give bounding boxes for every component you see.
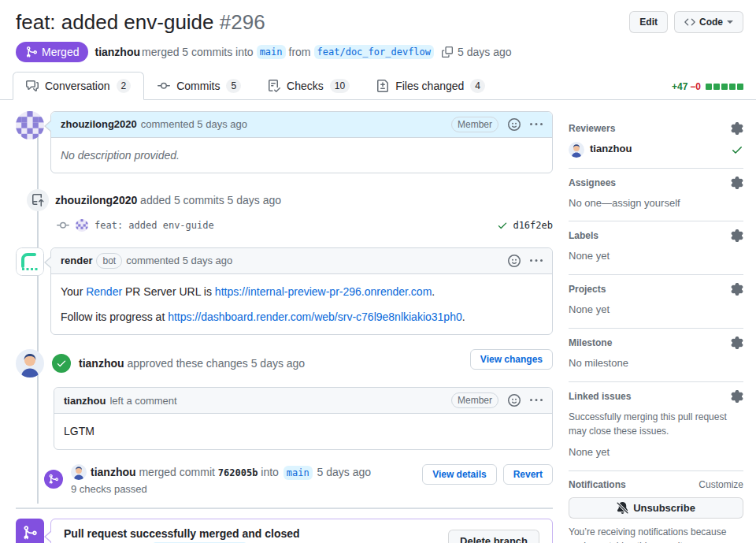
unsubscribe-button[interactable]: Unsubscribe [569,497,743,519]
unsubscribe-label: Unsubscribe [633,502,695,514]
section-title: Reviewers [569,123,615,134]
milestone-empty-text: No milestone [569,356,743,371]
tab-conversation[interactable]: Conversation 2 [13,72,144,100]
section-title: Milestone [569,337,612,348]
avatar-zhouzilong2020[interactable] [16,111,44,139]
comment-author[interactable]: render [61,255,92,266]
approval-meta: approved these changes 5 days ago [124,357,306,370]
base-branch-chip[interactable]: main [257,45,286,59]
check-icon[interactable] [497,220,508,231]
gear-icon[interactable] [731,177,743,189]
timeline-commits-event: zhouzilong2020 added 5 commits 5 days ag… [16,189,553,232]
merged-sha-link[interactable]: 762005b [218,467,258,478]
sidebar-section-reviewers: Reviewers tianzhou [569,114,743,169]
sidebar-section-notifications: NotificationsCustomize Unsubscribe You’r… [569,471,743,543]
reaction-smiley-icon[interactable] [508,118,521,131]
sidebar-section-projects: Projects None yet [569,275,743,329]
text: Follow its progress at [61,311,168,323]
timeline-column: zhouzilong2020 commented 5 days ago Memb… [16,111,553,543]
timeline-divider [16,508,553,509]
assignees-empty-text[interactable]: No one—assign yourself [569,196,743,211]
commit-author-link[interactable]: zhouzilong2020 [55,194,137,206]
approved-check-icon [731,143,743,156]
merge-event-time: 5 days ago [314,466,371,478]
reviewer-avatar[interactable] [569,142,584,158]
gear-icon[interactable] [731,122,743,135]
code-button[interactable]: Code [674,11,743,33]
head-branch-chip[interactable]: feat/doc_for_devflow [314,45,435,59]
main-content: zhouzilong2020 commented 5 days ago Memb… [0,111,756,543]
merged-notice-row: Pull request successfully merged and clo… [16,519,553,543]
git-commit-icon [57,219,69,232]
header-actions: Edit Code [629,11,743,33]
delete-branch-button[interactable]: Delete branch [448,530,539,543]
pr-header: Edit Code feat: added env-guide #296 Mer… [0,0,756,62]
commits-event-meta: added 5 commits 5 days ago [137,194,281,206]
avatar-tianzhou-small[interactable] [71,464,87,480]
merger-link[interactable]: tianzhou [91,466,136,478]
gear-icon[interactable] [731,229,743,242]
customize-link[interactable]: Customize [699,479,743,490]
bot-line2: Follow its progress at https://dashboard… [61,309,543,325]
reaction-smiley-icon[interactable] [508,255,521,267]
commit-sha-link[interactable]: d16f2eb [513,220,553,231]
member-badge: Member [451,392,498,408]
view-changes-button[interactable]: View changes [470,349,553,370]
comment-author[interactable]: zhouzilong2020 [61,118,137,130]
diffstat[interactable]: +47 −0 [672,81,743,92]
text: PR Server URL is [122,285,215,298]
tab-commits[interactable]: Commits 5 [144,72,254,100]
text: . [432,285,435,298]
timeline-approval: tianzhou approved these changes 5 days a… [16,349,553,449]
diffstat-blocks [706,84,743,90]
tab-count: 2 [117,79,132,93]
text: Your [61,285,86,298]
kebab-menu-icon[interactable] [530,118,543,131]
comment-text: No description provided. [61,147,543,163]
tab-checks[interactable]: Checks 10 [254,72,363,100]
kebab-menu-icon[interactable] [530,255,543,267]
reviewer-name[interactable]: tianzhou [590,142,632,157]
gear-icon[interactable] [731,283,743,296]
checklist-icon [268,80,280,92]
preview-url-link[interactable]: https://internal-preview-pr-296.onrender… [215,285,432,298]
commit-message-link[interactable]: feat: added env-guide [94,220,214,231]
kebab-menu-icon[interactable] [530,394,543,407]
merge-event-text: tianzhou merged commit 762005b into main… [91,466,371,478]
approver-link[interactable]: tianzhou [79,357,124,370]
labels-empty-text: None yet [569,249,743,264]
comment-meta: commented 5 days ago [141,118,247,130]
dashboard-url-link[interactable]: https://dashboard.render.com/web/srv-c76… [168,311,462,323]
target-branch-chip[interactable]: main [284,466,313,480]
pr-status-row: Merged tianzhou merged 5 commits into ma… [16,42,740,62]
render-link[interactable]: Render [86,285,122,298]
gear-icon[interactable] [731,337,743,349]
tab-files-changed[interactable]: Files changed 4 [363,72,498,100]
merge-summary-from: from [289,46,311,58]
view-details-button[interactable]: View details [422,464,496,485]
checks-passed-link[interactable]: 9 checks passed [71,483,371,495]
tab-count: 4 [470,79,485,93]
diffstat-deletions: −0 [690,81,701,92]
pr-number: #296 [220,10,265,34]
commit-avatar[interactable] [76,219,88,232]
comment-body: No description provided. [51,138,552,173]
file-diff-icon [376,80,389,92]
author-link[interactable]: tianzhou [94,46,140,58]
bell-slash-icon [617,502,628,514]
code-button-label: Code [699,17,723,28]
dropdown-caret-icon [727,20,733,24]
reaction-smiley-icon[interactable] [508,394,521,407]
avatar-render-bot[interactable] [16,247,44,276]
comment-meta: left a comment [109,395,176,407]
linked-issues-empty-text: None yet [569,445,743,460]
avatar-tianzhou[interactable] [16,349,44,377]
gear-icon[interactable] [731,390,743,403]
tab-label: Files changed [395,80,464,92]
edit-button[interactable]: Edit [629,11,668,33]
comment-author[interactable]: tianzhou [64,395,106,407]
copy-icon[interactable] [442,46,453,58]
merged-notice-box: Pull request successfully merged and clo… [50,519,553,543]
revert-button[interactable]: Revert [503,464,553,485]
comment-discussion-icon [26,80,39,92]
